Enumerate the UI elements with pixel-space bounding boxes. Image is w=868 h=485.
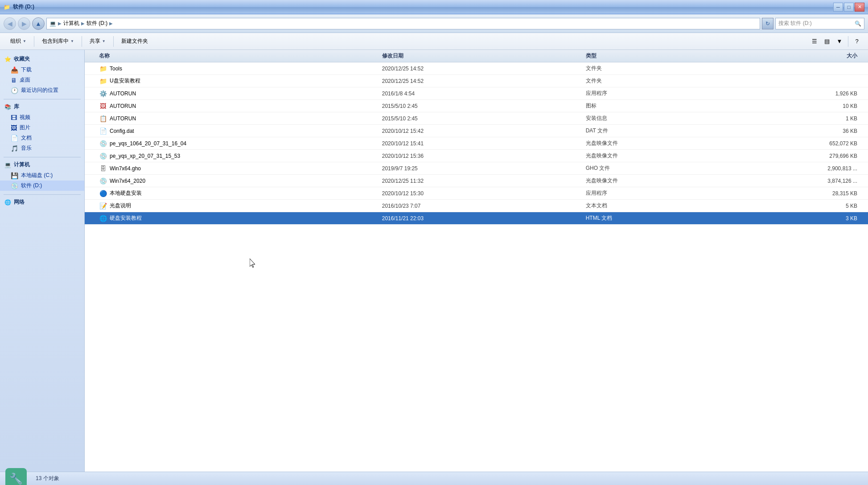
- file-type-icon: 📋: [99, 115, 107, 123]
- back-button[interactable]: ◀: [4, 17, 16, 30]
- file-type-cell: 图标: [586, 102, 744, 110]
- close-button[interactable]: ✕: [855, 3, 864, 12]
- address-icon: 💻: [49, 21, 56, 27]
- column-header-size[interactable]: 大小: [744, 52, 864, 60]
- share-button[interactable]: 共享 ▼: [85, 35, 111, 48]
- forward-button[interactable]: ▶: [18, 17, 30, 30]
- file-name-label: Tools: [110, 66, 122, 72]
- view-dropdown-button[interactable]: ▼: [834, 36, 845, 47]
- sidebar-item-video[interactable]: 🎞 视频: [0, 112, 84, 123]
- table-row[interactable]: 📁 Tools 2020/12/25 14:52 文件夹: [85, 62, 868, 75]
- toolbar-sep-3: [113, 36, 114, 47]
- file-size-cell: 652,072 KB: [744, 140, 864, 147]
- new-folder-button[interactable]: 新建文件夹: [116, 35, 153, 48]
- include-library-button[interactable]: 包含到库中 ▼: [37, 35, 79, 48]
- sidebar-item-documents[interactable]: 📄 文档: [0, 133, 84, 143]
- file-size-cell: 36 KB: [744, 128, 864, 134]
- view-toggle-button[interactable]: ☰: [809, 36, 820, 47]
- recent-icon: 🕐: [11, 87, 18, 94]
- column-header-type[interactable]: 类型: [586, 52, 744, 60]
- toolbar: 组织 ▼ 包含到库中 ▼ 共享 ▼ 新建文件夹 ☰ ▤ ▼ ?: [0, 33, 868, 50]
- table-row[interactable]: 🖼 AUTORUN 2015/5/10 2:45 图标 10 KB: [85, 100, 868, 112]
- file-name-label: pe_yqs_1064_20_07_31_16_04: [110, 140, 186, 147]
- sidebar-header-library: 📚 库: [0, 101, 84, 112]
- include-library-label: 包含到库中: [42, 37, 69, 45]
- table-row[interactable]: 🌐 硬盘安装教程 2016/11/21 22:03 HTML 文档 3 KB: [85, 212, 868, 225]
- include-library-dropdown-icon: ▼: [70, 39, 74, 43]
- sidebar-item-recent-label: 最近访问的位置: [21, 86, 58, 94]
- sidebar-item-pictures[interactable]: 🖼 图片: [0, 123, 84, 133]
- sidebar-section-network: 🌐 网络: [0, 197, 84, 208]
- sidebar-item-c-drive[interactable]: 💾 本地磁盘 (C:): [0, 170, 84, 181]
- sidebar-item-download-label: 下载: [21, 66, 32, 74]
- file-name-label: 本地硬盘安装: [110, 189, 142, 197]
- file-list-header: 名称 修改日期 类型 大小: [85, 50, 868, 62]
- sidebar-header-favorites: ⭐ 收藏夹: [0, 53, 84, 65]
- file-date-cell: 2015/5/10 2:45: [382, 115, 586, 122]
- table-row[interactable]: 💿 pe_yqs_1064_20_07_31_16_04 2020/10/12 …: [85, 137, 868, 150]
- file-size-cell: 3 KB: [744, 215, 864, 222]
- table-row[interactable]: 📝 光盘说明 2016/10/23 7:07 文本文档 5 KB: [85, 200, 868, 212]
- file-name-cell: 📋 AUTORUN: [88, 115, 382, 123]
- c-drive-icon: 💾: [11, 172, 18, 179]
- d-drive-icon: 💿: [11, 182, 18, 189]
- file-date-cell: 2020/12/25 14:52: [382, 78, 586, 84]
- table-row[interactable]: 🔵 本地硬盘安装 2020/10/12 15:30 应用程序 28,315 KB: [85, 187, 868, 200]
- column-header-name[interactable]: 名称: [88, 52, 382, 60]
- file-name-label: pe_yqs_xp_20_07_31_15_53: [110, 153, 180, 159]
- help-button[interactable]: ?: [851, 36, 863, 47]
- address-separator-2: ▶: [81, 21, 85, 26]
- address-separator-1: ▶: [58, 21, 62, 26]
- column-header-date[interactable]: 修改日期: [382, 52, 586, 60]
- table-row[interactable]: 💿 pe_yqs_xp_20_07_31_15_53 2020/10/12 15…: [85, 150, 868, 162]
- view-details-icon: ▤: [824, 38, 830, 45]
- table-row[interactable]: ⚙️ AUTORUN 2016/1/8 4:54 应用程序 1,926 KB: [85, 87, 868, 100]
- share-label: 共享: [90, 37, 100, 45]
- address-bar[interactable]: 💻 ▶ 计算机 ▶ 软件 (D:) ▶: [46, 18, 760, 29]
- sidebar-item-music[interactable]: 🎵 音乐: [0, 143, 84, 153]
- table-row[interactable]: 📄 Config.dat 2020/10/12 15:42 DAT 文件 36 …: [85, 125, 868, 137]
- desktop-icon: 🖥: [11, 77, 17, 84]
- back-icon: ◀: [8, 20, 12, 27]
- favorites-header-label: 收藏夹: [14, 55, 30, 63]
- refresh-button[interactable]: ↻: [762, 18, 773, 29]
- table-row[interactable]: 💿 Win7x64_2020 2020/12/25 11:32 光盘映像文件 3…: [85, 175, 868, 187]
- minimize-button[interactable]: ─: [833, 3, 843, 12]
- table-row[interactable]: 📋 AUTORUN 2015/5/10 2:45 安装信息 1 KB: [85, 112, 868, 125]
- file-name-cell: 💿 Win7x64_2020: [88, 177, 382, 185]
- organize-button[interactable]: 组织 ▼: [5, 35, 31, 48]
- file-size-cell: 1,926 KB: [744, 90, 864, 97]
- file-name-cell: 💿 pe_yqs_xp_20_07_31_15_53: [88, 152, 382, 160]
- file-type-icon: 🔵: [99, 189, 107, 197]
- network-header-label: 网络: [14, 198, 25, 206]
- file-date-cell: 2019/9/7 19:25: [382, 165, 586, 172]
- file-type-cell: 安装信息: [586, 115, 744, 122]
- sidebar-item-d-drive[interactable]: 💿 软件 (D:): [0, 181, 84, 191]
- file-name-cell: 📄 Config.dat: [88, 127, 382, 135]
- file-list: 📁 Tools 2020/12/25 14:52 文件夹 📁 U盘安装教程 20…: [85, 62, 868, 225]
- table-row[interactable]: 📁 U盘安装教程 2020/12/25 14:52 文件夹: [85, 75, 868, 87]
- favorites-header-icon: ⭐: [4, 56, 11, 62]
- status-logo: 🔧: [5, 468, 27, 485]
- computer-header-label: 计算机: [14, 161, 30, 169]
- window-title-icon: 📁: [4, 4, 10, 10]
- file-type-cell: DAT 文件: [586, 127, 744, 135]
- sidebar-item-download[interactable]: 📥 下载: [0, 65, 84, 75]
- search-box[interactable]: 搜索 软件 (D:) 🔍: [775, 18, 864, 29]
- sidebar-section-library: 📚 库 🎞 视频 🖼 图片 📄 文档 🎵 音乐: [0, 101, 84, 153]
- window-controls: ─ □ ✕: [833, 3, 864, 12]
- maximize-button[interactable]: □: [844, 3, 854, 12]
- download-icon: 📥: [11, 66, 18, 74]
- network-header-icon: 🌐: [4, 199, 11, 206]
- file-name-cell: 📁 Tools: [88, 65, 382, 73]
- file-name-cell: 💿 pe_yqs_1064_20_07_31_16_04: [88, 140, 382, 148]
- up-button[interactable]: ▲: [32, 17, 45, 30]
- file-name-cell: 🖼 AUTORUN: [88, 102, 382, 110]
- file-name-label: Config.dat: [110, 128, 134, 134]
- sidebar-item-desktop[interactable]: 🖥 桌面: [0, 75, 84, 85]
- table-row[interactable]: 🗄 Win7x64.gho 2019/9/7 19:25 GHO 文件 2,90…: [85, 162, 868, 175]
- file-date-cell: 2015/5/10 2:45: [382, 103, 586, 109]
- sidebar-item-recent[interactable]: 🕐 最近访问的位置: [0, 85, 84, 95]
- search-placeholder: 搜索 软件 (D:): [778, 20, 812, 27]
- view-details-button[interactable]: ▤: [821, 36, 833, 47]
